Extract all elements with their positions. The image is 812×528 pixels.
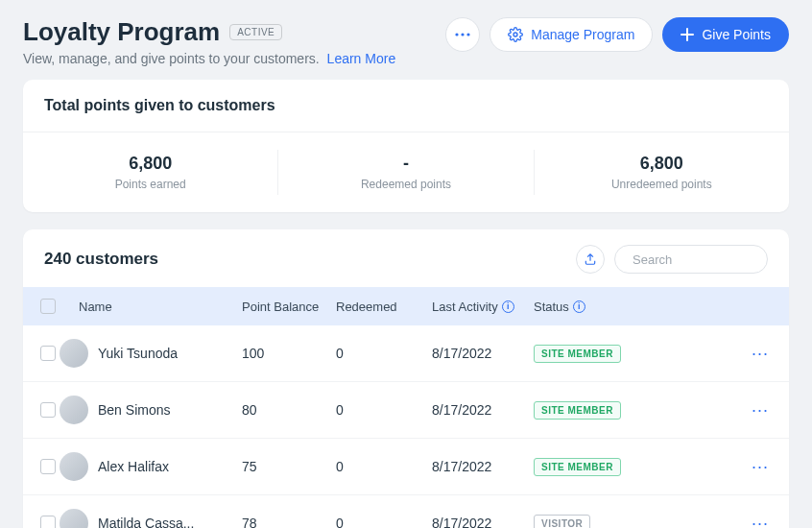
table-row[interactable]: Matilda Cassa...7808/17/2022VISITOR··· <box>23 495 789 528</box>
more-horizontal-icon <box>455 33 470 36</box>
cell-redeemed: 0 <box>336 402 432 418</box>
row-checkbox[interactable] <box>40 402 56 418</box>
learn-more-link[interactable]: Learn More <box>327 51 396 66</box>
cell-redeemed: 0 <box>336 516 432 528</box>
stat-unredeemed-points: 6,800 Unredeemed points <box>535 150 789 195</box>
col-name[interactable]: Name <box>79 300 242 314</box>
svg-point-1 <box>462 33 465 36</box>
cell-status: SITE MEMBER <box>534 401 678 420</box>
stat-points-earned: 6,800 Points earned <box>23 150 278 195</box>
plus-icon <box>681 28 694 41</box>
status-badge: SITE MEMBER <box>534 345 621 363</box>
totals-card: Total points given to customers 6,800 Po… <box>23 80 789 212</box>
row-checkbox[interactable] <box>40 346 56 361</box>
stat-redeemed-points: - Redeemed points <box>278 150 534 195</box>
manage-program-button[interactable]: Manage Program <box>490 17 653 52</box>
stat-label: Redeemed points <box>278 178 533 191</box>
select-all-checkbox[interactable] <box>40 299 56 314</box>
table-row[interactable]: Yuki Tsunoda10008/17/2022SITE MEMBER··· <box>23 325 789 382</box>
cell-balance: 80 <box>242 402 336 418</box>
name-cell: Matilda Cassa... <box>60 509 242 528</box>
cell-last-activity: 8/17/2022 <box>432 346 534 361</box>
row-checkbox[interactable] <box>40 459 56 474</box>
svg-point-2 <box>467 33 470 36</box>
totals-card-title: Total points given to customers <box>23 80 789 132</box>
row-actions-button[interactable]: ··· <box>741 514 779 529</box>
name-cell: Ben Simons <box>60 396 242 424</box>
row-actions-button[interactable]: ··· <box>741 400 779 420</box>
status-badge: ACTIVE <box>229 24 282 40</box>
page-subtitle: View, manage, and give points to your cu… <box>23 51 395 66</box>
col-last-activity[interactable]: Last Activity i <box>432 300 534 314</box>
status-badge: SITE MEMBER <box>534 458 621 476</box>
export-icon <box>584 252 597 266</box>
table-row[interactable]: Alex Halifax7508/17/2022SITE MEMBER··· <box>23 439 789 495</box>
svg-point-3 <box>513 33 517 36</box>
cell-last-activity: 8/17/2022 <box>432 459 534 474</box>
info-icon[interactable]: i <box>573 300 585 313</box>
col-status[interactable]: Status i <box>534 300 678 314</box>
table-header: Name Point Balance Redeemed Last Activit… <box>23 287 789 325</box>
cell-status: SITE MEMBER <box>534 458 678 476</box>
table-row[interactable]: Ben Simons8008/17/2022SITE MEMBER··· <box>23 382 789 439</box>
customers-table: Name Point Balance Redeemed Last Activit… <box>23 287 789 528</box>
customers-card: 240 customers Name Point Balance Redeeme… <box>23 229 789 528</box>
cell-status: VISITOR <box>534 515 678 529</box>
subtitle-text: View, manage, and give points to your cu… <box>23 51 320 66</box>
stat-value: - <box>278 154 533 174</box>
cell-balance: 78 <box>242 516 336 528</box>
status-badge: VISITOR <box>534 515 590 529</box>
customer-name: Yuki Tsunoda <box>98 346 178 361</box>
avatar <box>60 509 88 528</box>
col-balance[interactable]: Point Balance <box>242 300 336 314</box>
svg-point-0 <box>456 33 459 36</box>
stat-label: Unredeemed points <box>535 178 789 191</box>
status-badge: SITE MEMBER <box>534 401 621 420</box>
name-cell: Yuki Tsunoda <box>60 339 242 368</box>
stat-value: 6,800 <box>535 154 789 174</box>
cell-last-activity: 8/17/2022 <box>432 516 534 528</box>
cell-status: SITE MEMBER <box>534 345 678 363</box>
cell-redeemed: 0 <box>336 346 432 361</box>
give-points-button[interactable]: Give Points <box>662 17 789 52</box>
avatar <box>60 452 88 481</box>
customers-count: 240 customers <box>44 250 158 269</box>
customer-name: Ben Simons <box>98 402 170 418</box>
info-icon[interactable]: i <box>502 300 514 313</box>
col-redeemed[interactable]: Redeemed <box>336 300 432 314</box>
avatar <box>60 339 88 368</box>
export-button[interactable] <box>576 245 605 274</box>
row-actions-button[interactable]: ··· <box>741 344 779 364</box>
more-actions-button[interactable] <box>445 17 480 52</box>
col-status-label: Status <box>534 300 569 314</box>
row-actions-button[interactable]: ··· <box>741 457 779 477</box>
customer-name: Matilda Cassa... <box>98 516 194 528</box>
name-cell: Alex Halifax <box>60 452 242 481</box>
stat-label: Points earned <box>23 178 277 191</box>
search-field-wrap[interactable] <box>614 245 768 274</box>
manage-program-label: Manage Program <box>531 27 634 42</box>
gear-icon <box>508 27 523 42</box>
customer-name: Alex Halifax <box>98 459 169 474</box>
cell-balance: 100 <box>242 346 336 361</box>
cell-last-activity: 8/17/2022 <box>432 402 534 418</box>
row-checkbox[interactable] <box>40 516 56 528</box>
cell-balance: 75 <box>242 459 336 474</box>
avatar <box>60 396 88 424</box>
give-points-label: Give Points <box>702 27 771 42</box>
col-last-activity-label: Last Activity <box>432 300 498 314</box>
page-title: Loyalty Program <box>23 17 220 47</box>
search-input[interactable] <box>633 252 789 267</box>
stat-value: 6,800 <box>23 154 277 174</box>
cell-redeemed: 0 <box>336 459 432 474</box>
